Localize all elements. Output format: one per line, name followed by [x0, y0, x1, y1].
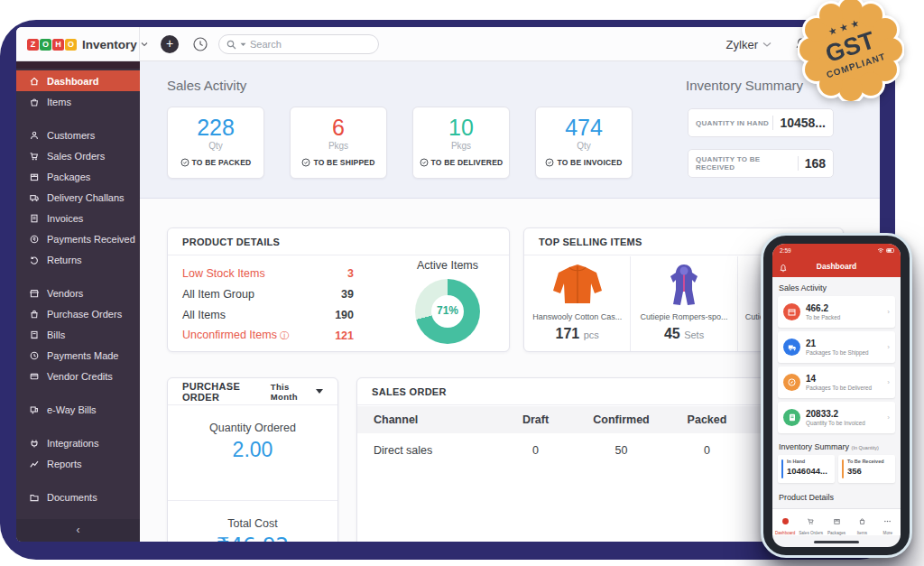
invoice-icon	[783, 409, 800, 426]
status-circle-icon	[301, 158, 310, 167]
phone-page-title: Dashboard	[772, 256, 901, 277]
credit-note-icon	[29, 371, 40, 382]
sidebar-item-payments-received[interactable]: Payments Received	[16, 228, 140, 249]
quick-create-button[interactable]: +	[161, 35, 179, 53]
metric-label: TO BE INVOICED	[557, 158, 622, 167]
low-stock-items-row[interactable]: Low Stock Items3	[182, 263, 354, 283]
quantity-to-be-received-box[interactable]: QUANTITY TO BE RECEIVED 168	[688, 149, 834, 178]
phone-tab-packages[interactable]: Packages	[824, 509, 849, 535]
sidebar: Dashboard Items Customers Sales Orders P…	[16, 61, 140, 542]
phone-to-be-invoiced-card[interactable]: 20833.2Quantity To be Invoiced ›	[778, 402, 895, 433]
phone-to-be-delivered-card[interactable]: 14Packages To be Delivered ›	[778, 367, 895, 398]
phone-tab-sales-orders[interactable]: Sales Orders	[798, 509, 823, 535]
sidebar-item-vendor-credits[interactable]: Vendor Credits	[16, 366, 140, 386]
sidebar-item-documents[interactable]: Documents	[16, 487, 140, 507]
mini-label: In Hand	[787, 459, 835, 464]
product-name: Cutiepie Rompers-spo...	[631, 312, 736, 321]
basket-icon	[29, 97, 40, 107]
to-be-delivered-card[interactable]: 10 Pkgs TO BE DELIVERED	[412, 107, 510, 179]
purchase-order-period-dropdown[interactable]: This Month	[271, 382, 323, 402]
sidebar-item-bills[interactable]: Bills	[16, 324, 140, 345]
sidebar-item-reports[interactable]: Reports	[16, 453, 140, 474]
all-item-group-row[interactable]: All Item Group39	[182, 283, 354, 304]
sidebar-collapse-button[interactable]: ‹	[16, 519, 140, 542]
purchase-order-card: PURCHASE ORDER This Month Quantity Order…	[167, 377, 338, 542]
sidebar-item-vendors[interactable]: Vendors	[16, 283, 140, 303]
phone-tab-dashboard[interactable]: Dashboard	[772, 509, 798, 535]
to-be-invoiced-card[interactable]: 474 Qty TO BE INVOICED	[535, 107, 633, 179]
cart-icon	[29, 151, 40, 162]
quantity-in-hand-box[interactable]: QUANTITY IN HAND 10458...	[688, 108, 834, 137]
top-selling-item[interactable]: Hanswooly Cotton Cas... 171 pcs	[524, 256, 631, 352]
coin-icon	[29, 234, 40, 245]
all-items-row[interactable]: All Items190	[182, 304, 354, 325]
sidebar-item-label: Customers	[47, 130, 95, 141]
chevron-right-icon: ›	[887, 343, 890, 351]
to-be-shipped-card[interactable]: 6 Pkgs TO BE SHIPPED	[290, 107, 387, 179]
status-circle-icon	[420, 158, 429, 167]
top-selling-item[interactable]: Cutiepie Rompers-spo... 45 Sets	[631, 256, 737, 352]
sidebar-item-eway-bills[interactable]: e-Way Bills	[16, 399, 140, 420]
phone-to-be-packed-card[interactable]: 466.2To be Packed ›	[778, 296, 895, 328]
metric-value: 2.00	[168, 438, 337, 462]
sidebar-item-label: Sales Orders	[47, 151, 105, 162]
org-selector[interactable]: Zylker	[726, 27, 772, 61]
product-unit: pcs	[584, 329, 599, 340]
sidebar-item-integrations[interactable]: Integrations	[16, 432, 140, 453]
sidebar-item-packages[interactable]: Packages	[16, 166, 140, 187]
pd-label: Low Stock Items	[182, 267, 265, 280]
sidebar-item-dashboard[interactable]: Dashboard	[16, 70, 140, 91]
phone-metric-value: 466.2	[806, 303, 840, 313]
sidebar-item-purchase-orders[interactable]: Purchase Orders	[16, 303, 140, 324]
search-placeholder: Search	[250, 39, 282, 50]
phone-in-hand-card[interactable]: In Hand 1046044...	[778, 455, 835, 483]
col-channel: Channel	[357, 413, 493, 426]
search-scope-chevron-icon[interactable]	[240, 42, 246, 47]
screenshot-stage: Z O H O Inventory + Search Zylker	[0, 0, 924, 566]
chevron-down-icon[interactable]	[141, 41, 148, 48]
unconfirmed-items-row[interactable]: Unconfirmed Itemsⓘ121	[182, 325, 354, 346]
recent-history-icon[interactable]	[191, 35, 209, 53]
phone-bell-icon[interactable]	[779, 261, 788, 277]
total-cost-metric: Total Cost ₹46.92	[168, 500, 337, 542]
phone-metric-label: Packages To be Delivered	[806, 385, 872, 391]
sidebar-item-payments-made[interactable]: Payments Made	[16, 345, 140, 366]
logo-letter: Z	[27, 39, 39, 51]
sidebar-item-invoices[interactable]: Invoices	[16, 208, 140, 228]
truck-icon	[783, 339, 800, 356]
tab-label: Items	[849, 531, 874, 535]
sidebar-item-items[interactable]: Items	[16, 91, 140, 112]
search-input[interactable]: Search	[218, 34, 379, 54]
mini-value: 356	[847, 466, 895, 476]
metric-unit: Qty	[536, 141, 632, 151]
product-qty: 45	[664, 326, 680, 341]
package-icon	[783, 303, 800, 320]
sidebar-item-label: Bills	[47, 329, 65, 340]
metric-value: ₹46.92	[168, 534, 337, 542]
phone-to-be-shipped-card[interactable]: 21Packages To be Shipped ›	[778, 331, 895, 363]
phone-to-be-received-card[interactable]: To Be Received 356	[838, 455, 895, 483]
pd-label: Unconfirmed Items	[182, 329, 277, 341]
compass-icon	[783, 374, 800, 391]
sidebar-item-label: Payments Made	[47, 350, 118, 361]
purchase-order-header: PURCHASE ORDER	[182, 381, 271, 403]
info-icon[interactable]: ⓘ	[280, 330, 289, 340]
dropdown-triangle-icon	[316, 389, 323, 394]
logo-letter: O	[40, 39, 51, 51]
col-draft: Draft	[493, 413, 578, 426]
to-be-packed-card[interactable]: 228 Qty TO BE PACKED	[167, 107, 264, 179]
app-logo[interactable]: Z O H O Inventory	[16, 27, 140, 61]
store-icon	[29, 288, 40, 299]
status-circle-icon	[545, 158, 554, 167]
chevron-right-icon: ›	[887, 378, 890, 386]
phone-tab-items[interactable]: Items	[849, 509, 874, 535]
metric-label: TO BE SHIPPED	[313, 158, 374, 167]
sidebar-item-delivery-challans[interactable]: Delivery Challans	[16, 187, 140, 208]
sidebar-item-customers[interactable]: Customers	[16, 125, 140, 145]
product-details-header: PRODUCT DETAILS	[168, 228, 509, 255]
phone-inventory-summary-title: Inventory Summary (In Quantity)	[779, 442, 879, 451]
sidebar-item-sales-orders[interactable]: Sales Orders	[16, 145, 140, 166]
active-items-donut-chart[interactable]: 71%	[415, 279, 480, 344]
sidebar-item-returns[interactable]: Returns	[16, 249, 140, 270]
phone-tab-more[interactable]: More	[875, 509, 901, 535]
